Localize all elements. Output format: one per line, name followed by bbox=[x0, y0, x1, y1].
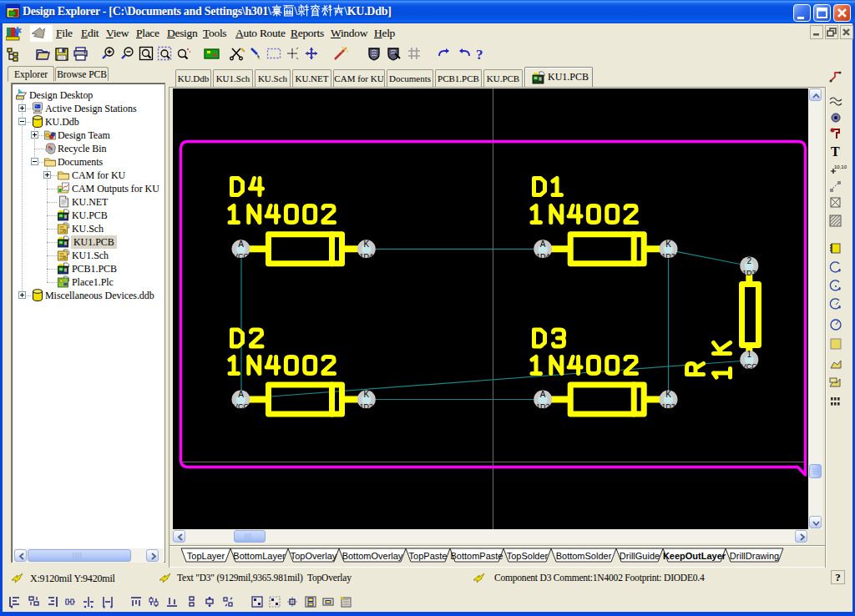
svg-text:1D2: 1D2 bbox=[536, 402, 550, 411]
svg-text:1D4: 1D4 bbox=[360, 252, 374, 260]
svg-text:DrillDrawing: DrillDrawing bbox=[730, 551, 779, 561]
svg-text:BottomPaste: BottomPaste bbox=[451, 551, 503, 561]
svg-text:VCC: VCC bbox=[233, 252, 250, 260]
svg-text:VCC: VCC bbox=[233, 402, 250, 411]
svg-text:A: A bbox=[540, 390, 546, 399]
svg-text:BottomSolder: BottomSolder bbox=[556, 551, 612, 561]
svg-text:A: A bbox=[540, 240, 546, 249]
svg-text:BottomOverlay: BottomOverlay bbox=[342, 551, 403, 561]
svg-text:1D3: 1D3 bbox=[742, 269, 756, 277]
svg-text:?: ? bbox=[476, 47, 483, 63]
svg-text:TopSolder: TopSolder bbox=[507, 551, 549, 561]
svg-text:1D3: 1D3 bbox=[661, 402, 675, 411]
svg-text:K: K bbox=[363, 390, 369, 399]
svg-text:TopOverlay: TopOverlay bbox=[291, 551, 337, 561]
svg-text:1D2: 1D2 bbox=[360, 402, 374, 411]
svg-text:A: A bbox=[238, 240, 244, 249]
svg-text:A: A bbox=[238, 390, 244, 399]
svg-text:DrillGuide: DrillGuide bbox=[620, 551, 660, 561]
svg-text:1D4: 1D4 bbox=[536, 252, 550, 260]
svg-text:1: 1 bbox=[747, 350, 752, 359]
svg-text:TopPaste: TopPaste bbox=[409, 551, 448, 561]
svg-text:2: 2 bbox=[747, 256, 752, 265]
svg-text:T: T bbox=[831, 144, 840, 159]
svg-text:10,10: 10,10 bbox=[834, 164, 847, 169]
svg-text:K: K bbox=[665, 240, 671, 249]
svg-text:K: K bbox=[665, 390, 671, 399]
svg-text:K: K bbox=[363, 240, 369, 249]
svg-text:KeepOutLayer: KeepOutLayer bbox=[663, 551, 726, 561]
svg-text:VCC: VCC bbox=[741, 362, 758, 371]
svg-text:BottomLayer: BottomLayer bbox=[233, 551, 286, 561]
svg-text:1D3: 1D3 bbox=[661, 252, 675, 260]
svg-text:TopLayer: TopLayer bbox=[187, 551, 225, 561]
